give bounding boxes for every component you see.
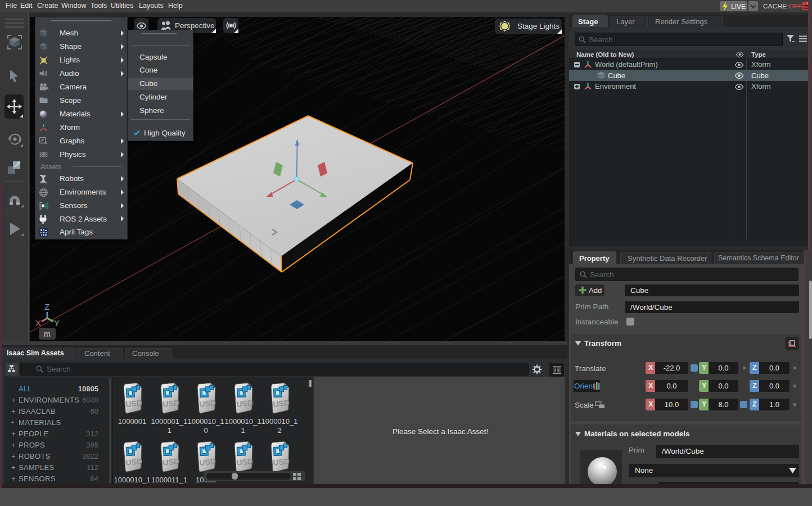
svg-text:Y: Y (54, 318, 60, 328)
svg-text:m: m (44, 329, 51, 338)
svg-text:Z: Z (44, 302, 49, 311)
svg-text:X: X (35, 318, 41, 328)
